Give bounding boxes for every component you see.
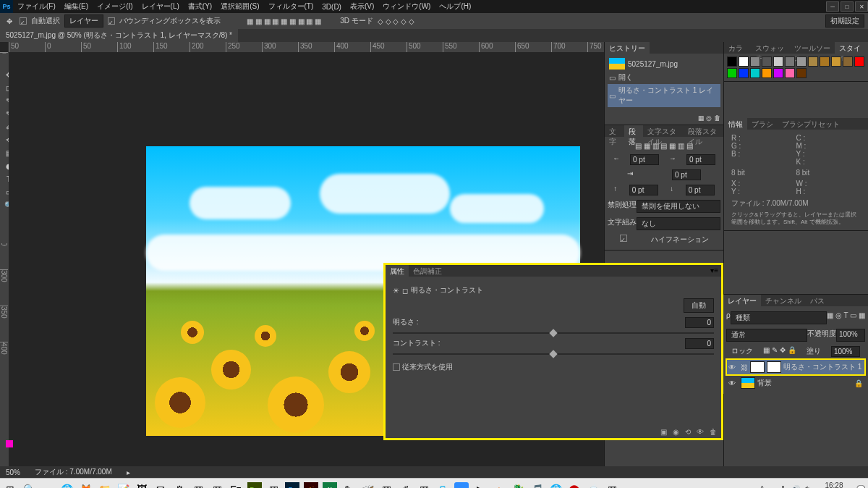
app-icon-10[interactable]: 🎵 <box>529 482 544 489</box>
tab-swatch[interactable]: スウォッチ <box>751 42 790 54</box>
visibility-icon[interactable]: 👁 <box>697 428 704 436</box>
link-icon[interactable]: ⛓ <box>741 363 748 371</box>
prev-icon[interactable]: ◉ <box>673 428 679 436</box>
maximize-button[interactable]: □ <box>841 1 854 12</box>
menu-layer[interactable]: レイヤー(L) <box>137 1 184 12</box>
menu-view[interactable]: 表示(V) <box>346 1 378 12</box>
app-icon-1[interactable]: ▦ <box>191 482 205 489</box>
minimize-button[interactable]: ─ <box>826 1 839 12</box>
auto-select-checkbox[interactable] <box>20 17 27 25</box>
excel-icon[interactable]: X <box>323 482 337 489</box>
opacity-input[interactable]: 100% <box>836 329 865 342</box>
app-icon-8[interactable]: ▶ <box>473 482 488 489</box>
legacy-checkbox[interactable] <box>393 363 400 371</box>
tray-network-icon[interactable]: 🖧 <box>780 485 787 488</box>
close-button[interactable]: ✕ <box>855 1 868 12</box>
firefox-icon[interactable]: 🦊 <box>78 482 93 489</box>
panel-menu-icon[interactable]: ▾≡ <box>707 265 721 277</box>
indent-first-input[interactable]: 0 pt <box>672 169 701 180</box>
contrast-input[interactable]: 0 <box>685 338 714 349</box>
dreamweaver-icon[interactable]: Dw <box>247 482 262 489</box>
tab-paragraph[interactable]: 段落 <box>624 125 644 137</box>
app-icon-13[interactable]: ▦ <box>605 482 619 489</box>
swatch[interactable] <box>831 56 841 67</box>
app-icon-2[interactable]: ▦ <box>210 482 224 489</box>
swatch[interactable] <box>820 56 830 67</box>
history-footer-icons[interactable]: ▦ ◎ 🗑 <box>605 112 723 125</box>
swatch[interactable] <box>762 68 772 78</box>
brightness-slider[interactable] <box>393 332 714 334</box>
swatch[interactable] <box>739 56 749 67</box>
menu-file[interactable]: ファイル(F) <box>13 1 60 12</box>
tray-cloud-icon[interactable]: ☁ <box>768 485 775 488</box>
tray-ime-icon[interactable]: あ <box>804 484 812 489</box>
history-item-brightness[interactable]: ▭明るさ・コントラスト 1 レイヤー <box>608 84 720 107</box>
tab-toolsource[interactable]: ツールソース <box>790 42 835 54</box>
kinsoku-dropdown[interactable]: 禁則を使用しない <box>637 200 720 213</box>
space-after-input[interactable]: 0 pt <box>686 185 715 195</box>
menu-help[interactable]: ヘルプ(H) <box>435 1 475 12</box>
notepad-icon[interactable]: 📝 <box>116 482 130 489</box>
indent-right-input[interactable]: 0 pt <box>686 154 715 165</box>
app-icon-3[interactable]: ✎ <box>341 482 356 489</box>
zoom-icon[interactable]: ▪ <box>454 482 469 489</box>
tab-adjustments[interactable]: 色調補正 <box>409 265 446 277</box>
cortana-icon[interactable]: ○ <box>41 482 55 489</box>
vlc-icon[interactable]: ▲ <box>492 482 506 489</box>
swatch[interactable] <box>773 68 783 78</box>
visibility-icon[interactable]: 👁 <box>728 363 739 371</box>
swatch[interactable] <box>796 56 807 67</box>
align-icons[interactable]: ▦ ▦ ▦ ▦ ▦ ▦ ▦ ▦ ▦ <box>247 17 321 25</box>
app-icon-6[interactable]: ✐ <box>398 482 412 489</box>
tab-history[interactable]: ヒストリー <box>605 42 650 54</box>
sublime-icon[interactable]: ▦ <box>266 482 281 489</box>
swatch[interactable] <box>727 68 737 78</box>
app-icon-11[interactable]: 🌐 <box>548 482 563 489</box>
filezilla-icon[interactable]: Fz <box>229 482 243 489</box>
blend-mode-dropdown[interactable]: 通常 <box>726 329 807 342</box>
swatch[interactable] <box>796 68 807 78</box>
layer-background[interactable]: 👁 背景 🔒 <box>726 375 865 391</box>
tab-info[interactable]: 情報 <box>724 118 747 130</box>
tab-paths[interactable]: パス <box>806 295 829 306</box>
tab-char-style[interactable]: 文字スタイル <box>643 125 684 137</box>
menu-3d[interactable]: 3D(D) <box>318 3 346 11</box>
history-item-open[interactable]: ▭開く <box>608 71 720 84</box>
menu-type[interactable]: 書式(Y) <box>184 1 216 12</box>
tab-style[interactable]: スタイル <box>835 42 868 54</box>
explorer-icon[interactable]: 📁 <box>97 482 111 489</box>
photoshop-icon[interactable]: Ps <box>285 482 299 489</box>
hyphen-checkbox[interactable] <box>620 235 627 242</box>
tab-channels[interactable]: チャンネル <box>761 295 806 306</box>
tab-color[interactable]: カラー <box>724 42 751 54</box>
swatch[interactable] <box>808 56 818 67</box>
swatch[interactable] <box>727 56 737 67</box>
swatch[interactable] <box>843 56 853 67</box>
app-icon-9[interactable]: 🐉 <box>511 482 525 489</box>
app-icon-4[interactable]: 🦋 <box>360 482 375 489</box>
mode-3d-icons[interactable]: ◇ ◇ ◇ ◇ ◇ <box>378 17 414 25</box>
fill-input[interactable]: 100% <box>831 346 860 357</box>
bounding-box-checkbox[interactable] <box>108 17 115 25</box>
swatch[interactable] <box>739 68 749 78</box>
outlook-icon[interactable]: ✉ <box>153 482 168 489</box>
tab-para-style[interactable]: 段落スタイル <box>684 125 724 137</box>
history-doc-thumb[interactable]: 5025127_m.jpg <box>608 56 720 71</box>
settings-icon[interactable]: ⚙ <box>172 482 187 489</box>
tab-brush[interactable]: ブラシ <box>747 118 778 130</box>
swatch[interactable] <box>750 56 760 67</box>
auto-select-mode-dropdown[interactable]: レイヤー <box>64 14 103 28</box>
chrome-icon[interactable]: 🌐 <box>59 482 74 489</box>
document-tab[interactable]: 5025127_m.jpg @ 50% (明るさ・コントラスト 1, レイヤーマ… <box>0 29 238 42</box>
swatch[interactable] <box>750 68 760 78</box>
mojikumi-dropdown[interactable]: なし <box>637 217 720 230</box>
tray-volume-icon[interactable]: 🔊 <box>791 485 800 488</box>
auto-button[interactable]: 自動 <box>684 298 714 313</box>
app-icon-5[interactable]: ▦ <box>379 482 393 489</box>
swatch[interactable] <box>773 56 783 67</box>
space-before-input[interactable]: 0 pt <box>629 185 658 195</box>
clip-icon[interactable]: ▣ <box>660 428 667 436</box>
contrast-slider[interactable] <box>393 353 714 355</box>
swatch[interactable] <box>785 56 795 67</box>
swatch[interactable] <box>854 56 864 67</box>
